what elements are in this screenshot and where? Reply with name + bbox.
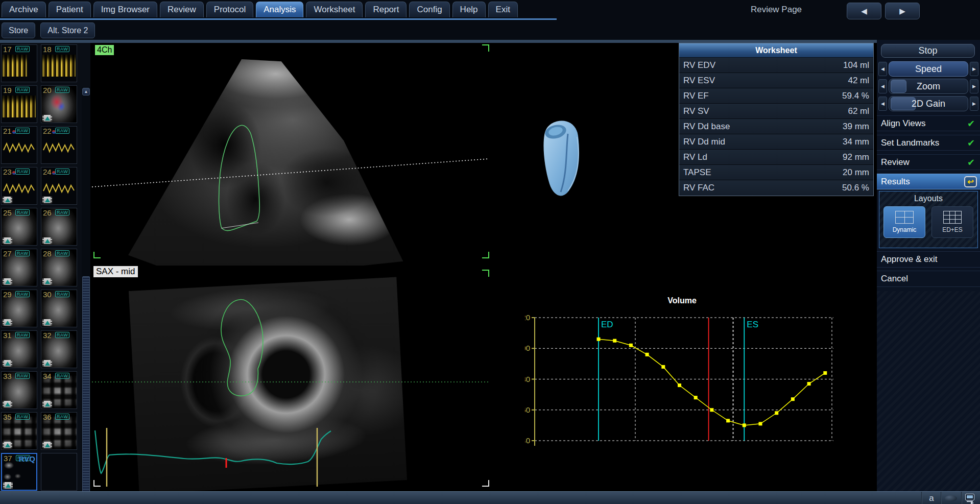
monitor-icon[interactable] xyxy=(965,494,974,500)
thumbnail-20[interactable]: 20RAW xyxy=(41,85,77,123)
slider-decrease-arrow[interactable]: ◀ xyxy=(878,97,887,111)
status-bar: a xyxy=(0,491,980,504)
tab-underline xyxy=(0,18,557,20)
measurement-value: 104 ml xyxy=(843,60,873,70)
slider-bar-2d-gain[interactable]: 2D Gain xyxy=(889,96,968,111)
thumbnail-23[interactable]: 23RAW xyxy=(1,167,37,205)
thumbnail-33[interactable]: 33RAW xyxy=(1,371,37,409)
raw-badge: RAW xyxy=(55,291,69,297)
menu-review[interactable]: Review✔ xyxy=(877,154,980,170)
alt-store-2-button[interactable]: Alt. Store 2 xyxy=(40,22,95,38)
tissue-waveform xyxy=(3,180,35,197)
thumbnail-28[interactable]: 28RAW xyxy=(41,249,77,286)
sidebar-scrollbar-thumb[interactable] xyxy=(82,276,90,504)
clip-icon xyxy=(3,482,13,489)
worksheet-title: Worksheet xyxy=(679,43,873,58)
tab-config[interactable]: Config xyxy=(409,2,449,17)
slider-decrease-arrow[interactable]: ◀ xyxy=(878,62,887,76)
thumbnail-32[interactable]: 32RAW xyxy=(41,330,77,368)
view-label-sax: SAX - mid xyxy=(93,266,138,277)
tab-protocol[interactable]: Protocol xyxy=(206,2,253,17)
thumbnail-19[interactable]: 19RAW xyxy=(1,85,37,123)
raw-badge: RAW xyxy=(15,46,30,52)
slider-thumb[interactable] xyxy=(891,80,906,93)
tab-archive[interactable]: Archive xyxy=(2,2,46,17)
thumbnail-number: 25 xyxy=(3,208,12,217)
thumbnail-36[interactable]: 36RAW xyxy=(41,412,77,450)
thumbnail-number: 18 xyxy=(43,45,52,54)
measurement-value: 50.6 % xyxy=(842,183,873,193)
thumbnail-18[interactable]: 18RAW xyxy=(41,44,77,82)
layout-grid-icon xyxy=(943,211,962,224)
trackball-icon[interactable] xyxy=(945,495,957,501)
tab-worksheet[interactable]: Worksheet xyxy=(306,2,363,17)
undo-icon[interactable]: ↩ xyxy=(964,176,977,187)
stop-button[interactable]: Stop xyxy=(881,44,975,58)
annotation-text-button[interactable]: a xyxy=(925,492,938,504)
menu-set-landmarks[interactable]: Set Landmarks✔ xyxy=(877,135,980,151)
clip-icon xyxy=(42,360,52,367)
worksheet-row-rv-sv: RV SV62 ml xyxy=(679,104,873,119)
clip-triangle-icon xyxy=(5,443,10,447)
tab-img-browser[interactable]: Img Browser xyxy=(93,2,157,17)
thumbnail-17[interactable]: 17RAW xyxy=(1,44,37,82)
worksheet-row-rv-edv: RV EDV104 ml xyxy=(679,58,873,73)
thumbnail-number: 30 xyxy=(43,290,52,299)
worksheet-row-rv-ef: RV EF59.4 % xyxy=(679,88,873,104)
tab-report[interactable]: Report xyxy=(365,2,407,17)
tab-patient[interactable]: Patient xyxy=(49,2,91,17)
us-view-sax[interactable] xyxy=(129,277,407,494)
thumbnail-24[interactable]: 24RAW xyxy=(41,167,77,205)
slider-bar-speed[interactable]: Speed xyxy=(889,61,968,77)
clip-triangle-icon xyxy=(5,198,10,202)
raw-badge: RAW xyxy=(55,87,69,93)
menu-results[interactable]: Results↩ xyxy=(877,174,980,189)
data-point-marker xyxy=(823,371,827,375)
triangle-up-icon: ▲ xyxy=(84,89,88,94)
cancel-button[interactable]: Cancel xyxy=(877,271,980,287)
slider-bar-zoom[interactable]: Zoom xyxy=(889,79,968,94)
thumbnail-26[interactable]: 26RAW xyxy=(41,208,77,246)
layout-label: Dynamic xyxy=(893,226,917,233)
store-button[interactable]: Store xyxy=(2,22,35,38)
thumbnail-27[interactable]: 27RAW xyxy=(1,249,37,286)
tab-review[interactable]: Review xyxy=(160,2,204,17)
clip-icon xyxy=(3,278,12,285)
page-next-button[interactable]: ▶ xyxy=(885,3,920,19)
rv-3d-model[interactable] xyxy=(536,116,587,203)
menu-item-label: Align Views xyxy=(877,118,967,129)
layout-dynamic-button[interactable]: Dynamic xyxy=(883,206,925,238)
thumbnail-22[interactable]: 22RAW xyxy=(41,126,77,164)
spectral-trace xyxy=(3,95,36,117)
layout-ed-es-button[interactable]: ED+ES xyxy=(931,206,973,238)
arrow-right-icon: ▶ xyxy=(899,7,905,16)
scroll-up-button[interactable]: ▲ xyxy=(82,88,90,95)
thumbnail-34[interactable]: 34RAW xyxy=(41,371,77,409)
thumbnail-number: 20 xyxy=(43,86,52,94)
tab-analysis[interactable]: Analysis xyxy=(256,2,303,17)
slider-increase-arrow[interactable]: ▶ xyxy=(970,97,978,111)
slider-increase-arrow[interactable]: ▶ xyxy=(970,79,978,93)
undo-arrow-glyph: ↩ xyxy=(967,178,974,185)
raw-badge: RAW xyxy=(15,332,30,338)
thumbnail-35[interactable]: 35RAW xyxy=(1,412,37,450)
worksheet-row-rv-dd-base: RV Dd base39 mm xyxy=(679,119,873,134)
thumbnail-number: 34 xyxy=(43,372,52,380)
tab-exit[interactable]: Exit xyxy=(488,2,518,17)
thumbnail-25[interactable]: 25RAW xyxy=(1,208,37,246)
tab-help[interactable]: Help xyxy=(452,2,486,17)
approve-exit-button[interactable]: Approve & exit xyxy=(877,251,980,268)
measurement-label: RV ESV xyxy=(679,76,715,86)
menu-align-views[interactable]: Align Views✔ xyxy=(877,115,980,131)
thumbnail-37[interactable]: 37RAWRVQ xyxy=(1,453,37,491)
thumbnail-21[interactable]: 21RAW xyxy=(1,126,37,164)
thumbnail-30[interactable]: 30RAW xyxy=(41,290,77,327)
slider-decrease-arrow[interactable]: ◀ xyxy=(878,79,887,93)
page-previous-button[interactable]: ◀ xyxy=(847,3,881,19)
thumbnail-29[interactable]: 29RAW xyxy=(1,290,37,327)
thumbnail-31[interactable]: 31RAW xyxy=(1,330,37,368)
clip-triangle-icon xyxy=(5,239,10,243)
thumbnail-number: 19 xyxy=(3,86,12,94)
slider-increase-arrow[interactable]: ▶ xyxy=(970,62,978,76)
data-point-marker xyxy=(759,422,762,425)
